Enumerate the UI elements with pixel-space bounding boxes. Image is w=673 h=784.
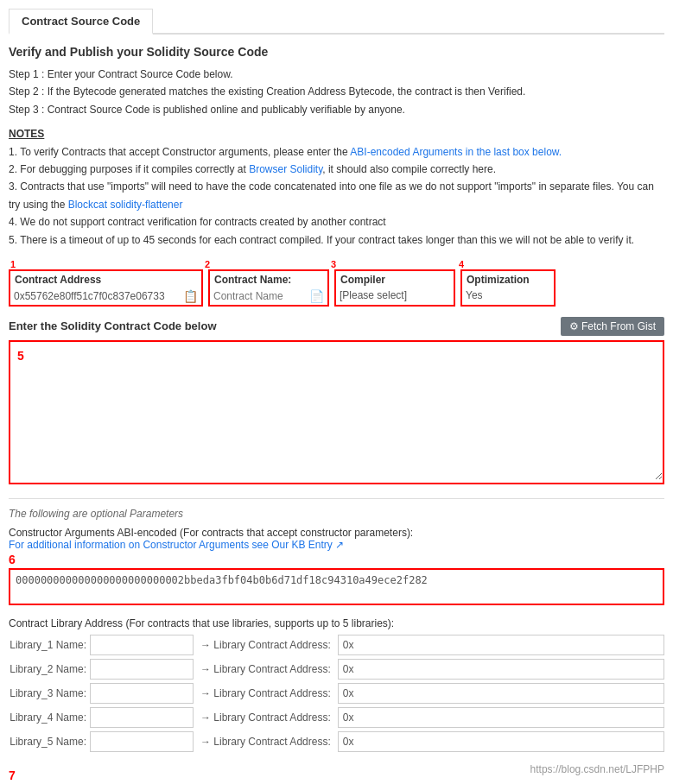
note2: 2. For debugging purposes if it compiles… [9, 163, 496, 175]
step-num-2: 2 [203, 259, 329, 269]
optimization-field-wrapper [462, 288, 554, 303]
library-row-5: Library_5 Name: → Library Contract Addre… [9, 731, 664, 752]
library-5-name-label: Library_5 Name: [9, 736, 86, 748]
watermark: https://blog.csdn.net/LJFPHP [530, 763, 664, 775]
step5-label: 5 [17, 349, 24, 363]
tab-contract-source-code[interactable]: Contract Source Code [9, 9, 153, 35]
contract-name-field-wrapper: 📄 [210, 288, 327, 305]
step1-text: Step 1 : Enter your Contract Source Code… [9, 66, 664, 83]
fetch-from-gist-button[interactable]: ⚙ Fetch From Gist [561, 317, 664, 336]
compiler-input[interactable] [340, 289, 450, 301]
divider-1 [9, 498, 664, 499]
abi-title-text: Constructor Arguments ABI-encoded (For c… [9, 527, 413, 539]
verify-title: Verify and Publish your Solidity Source … [9, 45, 664, 59]
optimization-input[interactable] [466, 289, 550, 301]
contract-name-label: Contract Name: [210, 271, 327, 288]
tab-bar: Contract Source Code [9, 9, 664, 35]
notes-section: NOTES 1. To verify Contracts that accept… [9, 125, 664, 249]
blockcat-link[interactable]: Blockcat solidity-flattener [68, 199, 183, 211]
library-5-arrow: → Library Contract Address: [200, 736, 331, 748]
library-1-name-input[interactable] [90, 635, 194, 655]
note1: 1. To verify Contracts that accept Const… [9, 146, 562, 158]
library-4-name-label: Library_4 Name: [9, 711, 86, 724]
abi-kb-link[interactable]: For additional information on Constructo… [9, 539, 344, 551]
contract-name-icon: 📄 [309, 289, 324, 303]
code-textarea[interactable] [10, 342, 663, 480]
page-wrapper: Contract Source Code Verify and Publish … [0, 0, 673, 784]
step3-text: Step 3 : Contract Source Code is publish… [9, 101, 664, 118]
step-numbers-row: 1 2 3 4 [9, 259, 664, 269]
optimization-label: Optimization [462, 271, 554, 288]
contract-name-group: Contract Name: 📄 [208, 269, 329, 307]
contract-address-input[interactable] [14, 290, 181, 302]
library-4-addr-input[interactable] [338, 707, 664, 728]
compiler-group: Compiler [334, 269, 455, 307]
compiler-label: Compiler [336, 271, 454, 288]
abi-input[interactable]: 000000000000000000000000002bbeda3fbf04b0… [10, 570, 663, 601]
notes-title: NOTES [9, 128, 44, 140]
step-num-3: 3 [329, 259, 457, 269]
abi-textarea-wrapper: 000000000000000000000000002bbeda3fbf04b0… [9, 568, 664, 605]
code-textarea-wrapper: 5 [9, 340, 664, 484]
code-section-header: Enter the Solidity Contract Code below ⚙… [9, 317, 664, 336]
library-5-addr-input[interactable] [338, 731, 664, 752]
library-3-name-input[interactable] [90, 683, 194, 704]
step2-text: Step 2 : If the Bytecode generated match… [9, 83, 664, 100]
library-2-name-label: Library_2 Name: [9, 663, 86, 675]
steps-section: Step 1 : Enter your Contract Source Code… [9, 66, 664, 118]
contract-name-input[interactable] [213, 290, 307, 302]
optional-label: The following are optional Parameters [9, 508, 664, 520]
library-5-name-input[interactable] [90, 731, 194, 752]
copy-icon[interactable]: 📋 [183, 289, 198, 303]
library-rows: Library_1 Name: → Library Contract Addre… [9, 635, 664, 752]
library-1-addr-input[interactable] [338, 635, 664, 655]
library-1-arrow: → Library Contract Address: [200, 639, 331, 651]
note4: 4. We do not support contract verificati… [9, 216, 386, 228]
contract-address-label: Contract Address [10, 271, 201, 288]
compiler-field-wrapper [336, 288, 454, 303]
library-4-arrow: → Library Contract Address: [200, 711, 331, 724]
contract-address-field-wrapper: 📋 [10, 288, 201, 305]
library-row-4: Library_4 Name: → Library Contract Addre… [9, 707, 664, 728]
optimization-group: Optimization [460, 269, 556, 307]
library-2-arrow: → Library Contract Address: [200, 663, 331, 675]
code-section-label: Enter the Solidity Contract Code below [9, 319, 217, 332]
library-2-addr-input[interactable] [338, 659, 664, 680]
library-2-name-input[interactable] [90, 659, 194, 680]
note5: 5. There is a timeout of up to 45 second… [9, 234, 634, 246]
abi-label: Constructor Arguments ABI-encoded (For c… [9, 527, 664, 551]
library-4-name-input[interactable] [90, 707, 194, 728]
step6-label: 6 [9, 553, 664, 566]
library-section-label: Contract Library Address (For contracts … [9, 617, 664, 629]
abi-link[interactable]: ABI-encoded Arguments in the last box be… [350, 146, 562, 158]
library-row-2: Library_2 Name: → Library Contract Addre… [9, 659, 664, 680]
note3: 3. Contracts that use "imports" will nee… [9, 180, 654, 210]
library-3-addr-input[interactable] [338, 683, 664, 704]
library-row-1: Library_1 Name: → Library Contract Addre… [9, 635, 664, 655]
library-1-name-label: Library_1 Name: [9, 639, 86, 651]
step-num-4: 4 [457, 259, 552, 269]
browser-solidity-link[interactable]: Browser Solidity [249, 163, 322, 175]
library-row-3: Library_3 Name: → Library Contract Addre… [9, 683, 664, 704]
library-3-name-label: Library_3 Name: [9, 687, 86, 699]
fields-row: Contract Address 📋 Contract Name: 📄 Comp… [9, 269, 664, 307]
step-num-1: 1 [9, 259, 203, 269]
library-3-arrow: → Library Contract Address: [200, 687, 331, 699]
contract-address-group: Contract Address 📋 [9, 269, 203, 307]
